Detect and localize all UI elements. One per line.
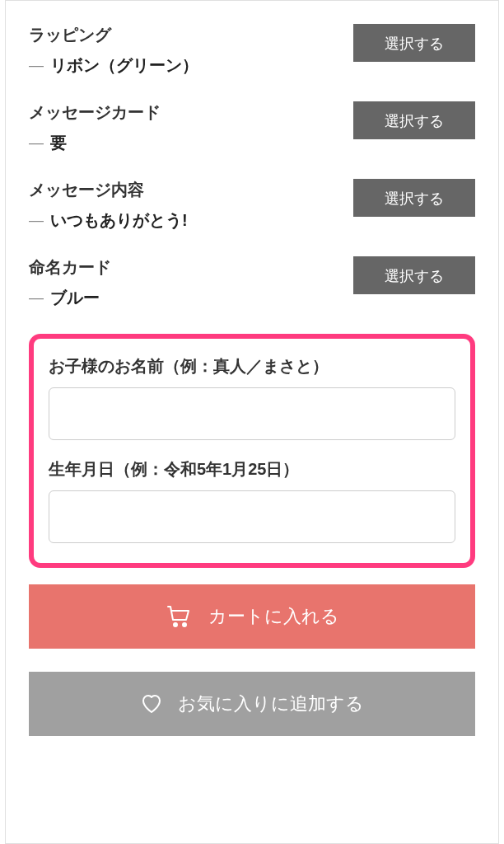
option-title-message-card: メッセージカード: [29, 101, 353, 124]
dash-icon: —: [29, 134, 44, 152]
option-value-naming-card: ブルー: [50, 287, 100, 309]
option-value-line-message-card: — 要: [29, 132, 353, 154]
option-title-naming-card: 命名カード: [29, 256, 353, 279]
heart-icon: [140, 693, 163, 715]
child-name-label: お子様のお名前（例：真人／まさと）: [49, 355, 455, 377]
birthdate-input[interactable]: [49, 490, 455, 543]
svg-point-1: [183, 623, 186, 626]
option-title-wrapping: ラッピング: [29, 24, 353, 46]
select-message-content-button[interactable]: 選択する: [353, 179, 475, 217]
dash-icon: —: [29, 57, 44, 74]
option-value-message-card: 要: [50, 132, 67, 154]
dash-icon: —: [29, 289, 44, 307]
option-message-content: メッセージ内容 — いつもありがとう! 選択する: [29, 179, 475, 232]
select-wrapping-button[interactable]: 選択する: [353, 24, 475, 62]
add-to-favorite-button[interactable]: お気に入りに追加する: [29, 672, 475, 736]
option-naming-card-left: 命名カード — ブルー: [29, 256, 353, 309]
dash-icon: —: [29, 212, 44, 229]
select-message-card-button[interactable]: 選択する: [353, 101, 475, 139]
option-message-card-left: メッセージカード — 要: [29, 101, 353, 154]
svg-point-0: [174, 623, 177, 626]
child-name-group: お子様のお名前（例：真人／まさと）: [49, 355, 455, 440]
option-value-message-content: いつもありがとう!: [50, 209, 188, 232]
add-to-cart-button[interactable]: カートに入れる: [29, 584, 475, 649]
child-name-input[interactable]: [49, 387, 455, 440]
option-title-message-content: メッセージ内容: [29, 179, 353, 201]
cart-icon: [166, 604, 192, 629]
birthdate-label: 生年月日（例：令和5年1月25日）: [49, 458, 455, 481]
cart-button-label: カートに入れる: [208, 604, 339, 629]
product-options-panel: ラッピング — リボン（グリーン） 選択する メッセージカード — 要 選択する…: [5, 0, 499, 844]
option-naming-card: 命名カード — ブルー 選択する: [29, 256, 475, 309]
option-message-card: メッセージカード — 要 選択する: [29, 101, 475, 154]
option-value-wrapping: リボン（グリーン）: [50, 54, 198, 77]
option-message-content-left: メッセージ内容 — いつもありがとう!: [29, 179, 353, 232]
option-wrapping: ラッピング — リボン（グリーン） 選択する: [29, 24, 475, 77]
option-value-line-naming-card: — ブルー: [29, 287, 353, 309]
select-naming-card-button[interactable]: 選択する: [353, 256, 475, 294]
option-value-line-wrapping: — リボン（グリーン）: [29, 54, 353, 77]
highlighted-input-section: お子様のお名前（例：真人／まさと） 生年月日（例：令和5年1月25日）: [29, 334, 475, 568]
option-value-line-message-content: — いつもありがとう!: [29, 209, 353, 232]
birthdate-group: 生年月日（例：令和5年1月25日）: [49, 458, 455, 543]
option-wrapping-left: ラッピング — リボン（グリーン）: [29, 24, 353, 77]
favorite-button-label: お気に入りに追加する: [178, 692, 364, 716]
